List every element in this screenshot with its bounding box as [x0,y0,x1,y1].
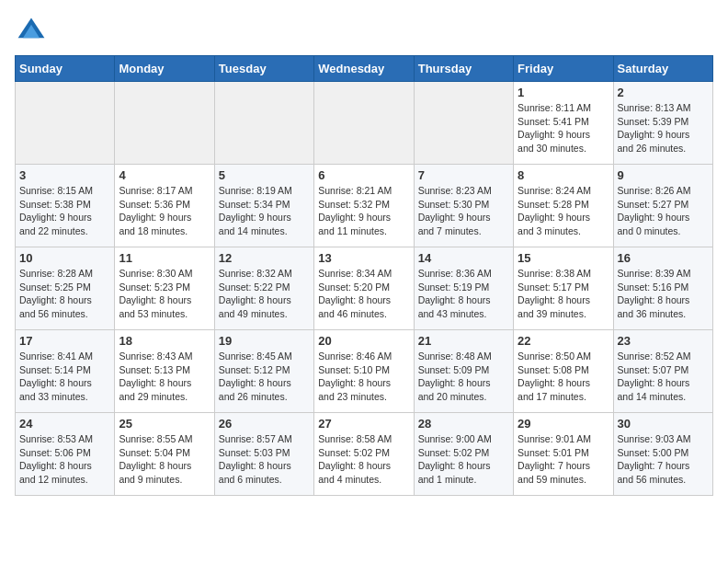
day-number: 17 [19,334,110,348]
day-info: Sunrise: 8:52 AM Sunset: 5:07 PM Dayligh… [618,350,709,404]
calendar-cell: 3Sunrise: 8:15 AM Sunset: 5:38 PM Daylig… [16,165,115,247]
day-info: Sunrise: 8:32 AM Sunset: 5:22 PM Dayligh… [219,267,310,321]
day-info: Sunrise: 8:58 AM Sunset: 5:02 PM Dayligh… [318,432,409,487]
day-number: 28 [418,417,509,431]
calendar-cell [16,82,115,165]
calendar-cell: 28Sunrise: 9:00 AM Sunset: 5:02 PM Dayli… [414,413,513,496]
day-number: 27 [318,417,409,431]
day-info: Sunrise: 8:50 AM Sunset: 5:08 PM Dayligh… [518,350,609,404]
day-info: Sunrise: 8:23 AM Sunset: 5:30 PM Dayligh… [418,184,509,238]
calendar-cell: 20Sunrise: 8:46 AM Sunset: 5:10 PM Dayli… [314,330,414,413]
day-number: 19 [219,334,310,348]
day-number: 23 [618,334,709,348]
calendar-cell: 7Sunrise: 8:23 AM Sunset: 5:30 PM Daylig… [414,165,513,247]
day-number: 6 [318,168,409,182]
logo-icon [15,15,48,48]
day-number: 14 [418,251,509,265]
day-info: Sunrise: 8:57 AM Sunset: 5:03 PM Dayligh… [219,432,310,487]
day-number: 12 [219,251,310,265]
calendar-cell [115,82,214,165]
weekday-header-thursday: Thursday [414,56,513,82]
calendar-cell: 18Sunrise: 8:43 AM Sunset: 5:13 PM Dayli… [115,330,214,413]
day-number: 20 [318,334,409,348]
day-info: Sunrise: 8:34 AM Sunset: 5:20 PM Dayligh… [318,267,409,321]
calendar-cell [414,82,513,165]
day-info: Sunrise: 9:01 AM Sunset: 5:01 PM Dayligh… [518,432,609,487]
day-info: Sunrise: 9:03 AM Sunset: 5:00 PM Dayligh… [618,432,709,487]
calendar-cell: 5Sunrise: 8:19 AM Sunset: 5:34 PM Daylig… [214,165,313,247]
calendar-cell: 25Sunrise: 8:55 AM Sunset: 5:04 PM Dayli… [115,413,214,496]
calendar-cell [214,82,313,165]
page-header [15,15,713,48]
calendar-cell: 13Sunrise: 8:34 AM Sunset: 5:20 PM Dayli… [314,247,414,330]
calendar-cell: 19Sunrise: 8:45 AM Sunset: 5:12 PM Dayli… [214,330,313,413]
day-number: 18 [119,334,210,348]
calendar-cell: 17Sunrise: 8:41 AM Sunset: 5:14 PM Dayli… [16,330,115,413]
calendar-cell: 27Sunrise: 8:58 AM Sunset: 5:02 PM Dayli… [314,413,414,496]
day-info: Sunrise: 9:00 AM Sunset: 5:02 PM Dayligh… [418,432,509,487]
calendar-cell [314,82,414,165]
day-number: 25 [119,417,210,431]
day-number: 24 [19,417,110,431]
calendar-cell: 10Sunrise: 8:28 AM Sunset: 5:25 PM Dayli… [16,247,115,330]
day-number: 13 [318,251,409,265]
week-row-1: 1Sunrise: 8:11 AM Sunset: 5:41 PM Daylig… [16,82,713,165]
week-row-3: 10Sunrise: 8:28 AM Sunset: 5:25 PM Dayli… [16,247,713,330]
calendar-cell: 12Sunrise: 8:32 AM Sunset: 5:22 PM Dayli… [214,247,313,330]
day-number: 1 [518,86,609,99]
calendar-header-row: SundayMondayTuesdayWednesdayThursdayFrid… [16,56,713,82]
day-number: 5 [219,168,310,182]
week-row-2: 3Sunrise: 8:15 AM Sunset: 5:38 PM Daylig… [16,165,713,247]
day-info: Sunrise: 8:13 AM Sunset: 5:39 PM Dayligh… [618,101,709,155]
calendar-cell: 26Sunrise: 8:57 AM Sunset: 5:03 PM Dayli… [214,413,313,496]
day-number: 11 [119,251,210,265]
logo [15,15,51,48]
weekday-header-monday: Monday [115,56,214,82]
day-info: Sunrise: 8:41 AM Sunset: 5:14 PM Dayligh… [19,350,110,404]
calendar-cell: 16Sunrise: 8:39 AM Sunset: 5:16 PM Dayli… [613,247,712,330]
day-number: 21 [418,334,509,348]
weekday-header-saturday: Saturday [613,56,712,82]
day-info: Sunrise: 8:15 AM Sunset: 5:38 PM Dayligh… [19,184,110,238]
day-number: 30 [618,417,709,431]
day-info: Sunrise: 8:26 AM Sunset: 5:27 PM Dayligh… [618,184,709,238]
day-info: Sunrise: 8:30 AM Sunset: 5:23 PM Dayligh… [119,267,210,321]
day-number: 15 [518,251,609,265]
calendar-cell: 11Sunrise: 8:30 AM Sunset: 5:23 PM Dayli… [115,247,214,330]
calendar-cell: 6Sunrise: 8:21 AM Sunset: 5:32 PM Daylig… [314,165,414,247]
day-info: Sunrise: 8:21 AM Sunset: 5:32 PM Dayligh… [318,184,409,238]
day-info: Sunrise: 8:48 AM Sunset: 5:09 PM Dayligh… [418,350,509,404]
day-number: 8 [518,168,609,182]
day-info: Sunrise: 8:11 AM Sunset: 5:41 PM Dayligh… [518,101,609,155]
calendar-cell: 15Sunrise: 8:38 AM Sunset: 5:17 PM Dayli… [514,247,613,330]
day-number: 26 [219,417,310,431]
calendar-cell: 4Sunrise: 8:17 AM Sunset: 5:36 PM Daylig… [115,165,214,247]
calendar-cell: 14Sunrise: 8:36 AM Sunset: 5:19 PM Dayli… [414,247,513,330]
calendar-cell: 29Sunrise: 9:01 AM Sunset: 5:01 PM Dayli… [514,413,613,496]
day-number: 9 [618,168,709,182]
day-info: Sunrise: 8:45 AM Sunset: 5:12 PM Dayligh… [219,350,310,404]
weekday-header-tuesday: Tuesday [214,56,313,82]
calendar-cell: 22Sunrise: 8:50 AM Sunset: 5:08 PM Dayli… [514,330,613,413]
day-info: Sunrise: 8:46 AM Sunset: 5:10 PM Dayligh… [318,350,409,404]
weekday-header-sunday: Sunday [16,56,115,82]
week-row-5: 24Sunrise: 8:53 AM Sunset: 5:06 PM Dayli… [16,413,713,496]
day-number: 7 [418,168,509,182]
day-info: Sunrise: 8:43 AM Sunset: 5:13 PM Dayligh… [119,350,210,404]
day-info: Sunrise: 8:36 AM Sunset: 5:19 PM Dayligh… [418,267,509,321]
day-number: 22 [518,334,609,348]
day-number: 10 [19,251,110,265]
day-number: 4 [119,168,210,182]
calendar-table: SundayMondayTuesdayWednesdayThursdayFrid… [15,55,713,496]
calendar-cell: 24Sunrise: 8:53 AM Sunset: 5:06 PM Dayli… [16,413,115,496]
day-info: Sunrise: 8:53 AM Sunset: 5:06 PM Dayligh… [19,432,110,487]
day-info: Sunrise: 8:17 AM Sunset: 5:36 PM Dayligh… [119,184,210,238]
day-info: Sunrise: 8:28 AM Sunset: 5:25 PM Dayligh… [19,267,110,321]
day-info: Sunrise: 8:39 AM Sunset: 5:16 PM Dayligh… [618,267,709,321]
calendar-cell: 9Sunrise: 8:26 AM Sunset: 5:27 PM Daylig… [613,165,712,247]
day-number: 2 [618,86,709,99]
weekday-header-friday: Friday [514,56,613,82]
day-info: Sunrise: 8:19 AM Sunset: 5:34 PM Dayligh… [219,184,310,238]
day-info: Sunrise: 8:38 AM Sunset: 5:17 PM Dayligh… [518,267,609,321]
day-info: Sunrise: 8:24 AM Sunset: 5:28 PM Dayligh… [518,184,609,238]
